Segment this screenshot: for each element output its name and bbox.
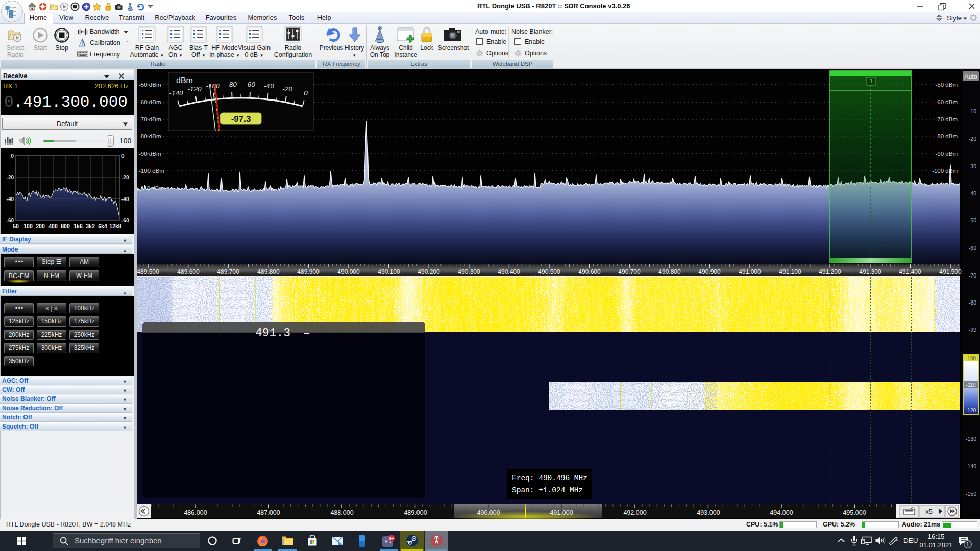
svg-text:100: 100: [23, 223, 33, 229]
svg-text:-70: -70: [969, 272, 976, 279]
svg-text:0: 0: [304, 89, 308, 97]
svg-text:490.100: 490.100: [378, 268, 400, 276]
svg-text:489.800: 489.800: [257, 268, 280, 276]
svg-text:-130: -130: [966, 436, 976, 442]
svg-text:1: 1: [966, 541, 969, 547]
svg-text:490.300: 490.300: [458, 268, 480, 276]
svg-text:-50 dBm: -50 dBm: [936, 82, 958, 88]
svg-text:-20: -20: [282, 85, 292, 93]
svg-text:9+: 9+: [389, 536, 394, 541]
svg-text:491.200: 491.200: [819, 268, 841, 276]
svg-text:0: 0: [11, 153, 14, 159]
svg-text:3k2: 3k2: [86, 223, 95, 229]
svg-text:-120: -120: [187, 85, 202, 93]
svg-text:490.700: 490.700: [618, 268, 641, 276]
svg-text:489.000: 489.000: [404, 509, 427, 516]
svg-text:Span: ±1.024 MHz: Span: ±1.024 MHz: [512, 486, 583, 494]
svg-text:-20: -20: [7, 174, 14, 180]
svg-text:489.700: 489.700: [217, 268, 239, 276]
svg-text:x5: x5: [925, 508, 933, 515]
svg-text:-80: -80: [969, 299, 976, 306]
svg-text:-140: -140: [169, 89, 183, 97]
svg-text:–: –: [303, 327, 310, 340]
svg-text:487.000: 487.000: [257, 509, 280, 516]
svg-text:-100: -100: [206, 82, 220, 90]
svg-text:491.000: 491.000: [739, 268, 761, 276]
svg-text:800: 800: [61, 223, 70, 229]
svg-text:200: 200: [36, 223, 45, 229]
svg-text:491.500: 491.500: [939, 268, 962, 276]
svg-text:-100: -100: [966, 356, 976, 361]
svg-text:Auto: Auto: [964, 73, 977, 80]
svg-text:492.000: 492.000: [623, 509, 646, 516]
svg-text:-60 dBm: -60 dBm: [139, 99, 161, 105]
svg-text:12k8: 12k8: [109, 223, 121, 229]
svg-text:-60: -60: [121, 218, 129, 223]
svg-text:-10: -10: [969, 108, 976, 114]
svg-text:-90 dBm: -90 dBm: [936, 151, 958, 157]
svg-text:-60: -60: [969, 245, 976, 251]
svg-text:6k4: 6k4: [98, 223, 107, 229]
svg-text:495.000: 495.000: [843, 509, 866, 516]
svg-text:400: 400: [48, 223, 58, 229]
svg-text:-60: -60: [245, 81, 255, 88]
svg-text:490.000: 490.000: [337, 268, 360, 276]
svg-text:-20: -20: [121, 174, 129, 180]
svg-text:-40: -40: [7, 196, 14, 202]
svg-text:-70 dBm: -70 dBm: [139, 116, 161, 122]
svg-text:1: 1: [869, 78, 872, 84]
svg-text:-97.3: -97.3: [231, 114, 251, 124]
svg-text:494.000: 494.000: [770, 509, 793, 516]
svg-text:-70 dBm: -70 dBm: [936, 116, 958, 122]
svg-text:490.000: 490.000: [477, 509, 500, 516]
svg-text:491.300: 491.300: [859, 268, 881, 276]
svg-text:489.600: 489.600: [177, 268, 200, 276]
svg-text:-100 dBm: -100 dBm: [932, 168, 958, 174]
svg-text:-40: -40: [264, 82, 274, 90]
svg-text:50: 50: [13, 223, 19, 229]
svg-text:490.800: 490.800: [658, 268, 681, 276]
svg-text:-100 dBm: -100 dBm: [139, 168, 164, 174]
svg-text:-20: -20: [969, 136, 976, 142]
svg-text:490.500: 490.500: [538, 268, 560, 276]
svg-text:-150: -150: [966, 491, 976, 497]
svg-text:-120: -120: [966, 408, 976, 413]
svg-text:491.100: 491.100: [779, 268, 801, 276]
svg-text:-30: -30: [969, 163, 976, 169]
svg-text:dBm: dBm: [176, 76, 193, 85]
svg-text:-90: -90: [969, 327, 976, 333]
svg-text:486.000: 486.000: [184, 509, 207, 516]
svg-text:491.3: 491.3: [255, 327, 290, 340]
svg-text:-50: -50: [969, 217, 976, 223]
svg-text:490.400: 490.400: [498, 268, 520, 276]
svg-text:Freq: 490.496 MHz: Freq: 490.496 MHz: [512, 474, 587, 482]
svg-text:-80: -80: [227, 81, 237, 88]
svg-text:490.600: 490.600: [578, 268, 601, 276]
svg-text:-40: -40: [969, 190, 976, 196]
svg-text:491.400: 491.400: [899, 268, 921, 276]
svg-text:490.900: 490.900: [698, 268, 721, 276]
svg-text:-140: -140: [966, 463, 976, 469]
svg-text:-80 dBm: -80 dBm: [139, 133, 161, 139]
svg-text:1k6: 1k6: [74, 223, 83, 229]
svg-text:-90 dBm: -90 dBm: [139, 151, 161, 157]
svg-text:-40: -40: [121, 196, 129, 202]
svg-text:-80 dBm: -80 dBm: [936, 133, 958, 139]
svg-text:489.900: 489.900: [297, 268, 320, 276]
svg-text:489.500: 489.500: [137, 268, 159, 276]
svg-text:-60 dBm: -60 dBm: [936, 99, 958, 105]
svg-text:-50 dBm: -50 dBm: [139, 82, 161, 88]
svg-text:0: 0: [121, 153, 125, 159]
svg-text:493.000: 493.000: [697, 509, 720, 516]
svg-text:491.000: 491.000: [550, 509, 573, 516]
svg-text:490.200: 490.200: [418, 268, 440, 276]
svg-text:488.000: 488.000: [330, 509, 353, 516]
svg-text:-110: -110: [966, 382, 976, 388]
